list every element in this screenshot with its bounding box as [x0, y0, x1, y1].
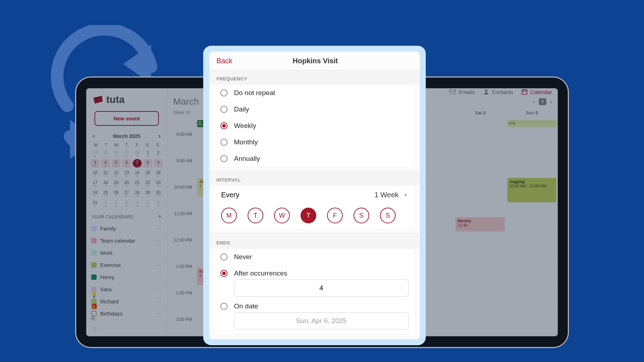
recurrence-modal: Back Hopkins Visit FREQUENCY Do not repe…	[209, 51, 420, 339]
radio-icon	[220, 106, 228, 113]
radio-icon	[220, 303, 228, 310]
weekday-toggle[interactable]: S	[353, 208, 369, 223]
frequency-option[interactable]: Annually	[214, 150, 415, 167]
frequency-option-label: Daily	[234, 105, 249, 113]
weekday-toggle[interactable]: M	[221, 208, 237, 223]
chevron-down-icon: ▼	[404, 193, 408, 198]
frequency-option[interactable]: Do not repeat	[214, 85, 415, 101]
weekday-toggle[interactable]: F	[327, 208, 343, 223]
occurrences-input[interactable]	[234, 279, 409, 297]
frequency-option[interactable]: Monthly	[214, 134, 415, 150]
radio-icon	[220, 253, 228, 261]
interval-card: Every 1 Week▼ MTWTFSS	[214, 185, 415, 230]
frequency-option[interactable]: Weekly	[214, 118, 415, 134]
frequency-option-label: Weekly	[234, 122, 256, 130]
ends-card: Never After occurrences On date	[214, 248, 415, 335]
interval-label: INTERVAL	[209, 172, 420, 185]
ends-option-after[interactable]: After occurrences	[214, 265, 415, 279]
frequency-option-label: Annually	[234, 155, 260, 163]
frequency-option-label: Monthly	[234, 138, 258, 146]
weekday-toggle[interactable]: T	[248, 208, 263, 223]
ends-option-on-date[interactable]: On date	[214, 297, 415, 312]
weekday-toggle[interactable]: S	[380, 208, 396, 223]
end-date-input[interactable]	[234, 312, 409, 329]
modal-title: Hopkins Visit	[232, 57, 413, 65]
ends-label: ENDS	[209, 234, 420, 248]
interval-selector[interactable]: Every 1 Week▼	[214, 186, 415, 204]
frequency-card: Do not repeatDailyWeeklyMonthlyAnnually	[214, 84, 415, 167]
radio-icon	[220, 155, 228, 162]
frequency-option[interactable]: Daily	[214, 101, 415, 118]
radio-icon	[220, 270, 228, 277]
frequency-label: FREQUENCY	[209, 70, 420, 84]
radio-icon	[220, 139, 228, 146]
back-button[interactable]: Back	[216, 57, 232, 65]
modal-wrapper: Back Hopkins Visit FREQUENCY Do not repe…	[203, 46, 426, 345]
ends-option-never[interactable]: Never	[214, 249, 415, 265]
radio-icon	[220, 122, 228, 129]
radio-icon	[220, 89, 228, 96]
frequency-option-label: Do not repeat	[234, 89, 275, 97]
weekday-toggle[interactable]: T	[301, 208, 316, 223]
weekday-toggle[interactable]: W	[274, 208, 290, 223]
